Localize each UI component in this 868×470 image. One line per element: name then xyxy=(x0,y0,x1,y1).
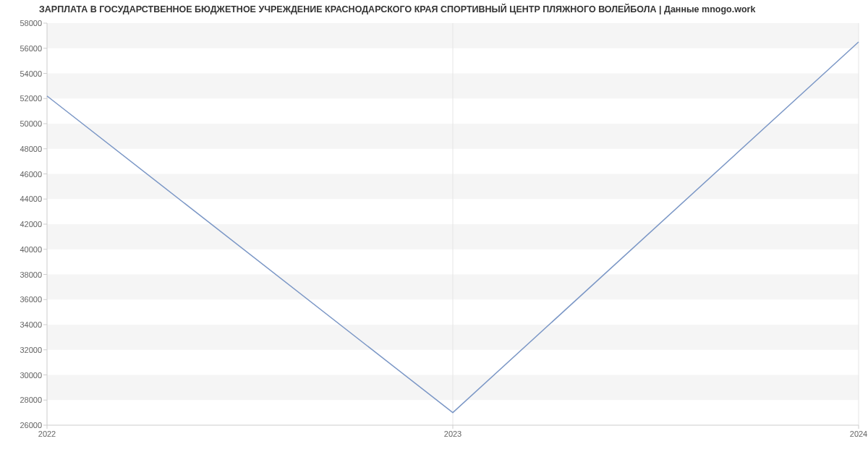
x-tick-label: 2024 xyxy=(850,430,867,438)
y-tick-label: 54000 xyxy=(20,69,42,78)
chart-title: ЗАРПЛАТА В ГОСУДАРСТВЕННОЕ БЮДЖЕТНОЕ УЧР… xyxy=(39,4,755,14)
x-tick-label: 2022 xyxy=(38,430,56,438)
y-tick-label: 32000 xyxy=(20,346,42,354)
chart-container: ЗАРПЛАТА В ГОСУДАРСТВЕННОЕ БЮДЖЕТНОЕ УЧР… xyxy=(0,0,868,470)
chart-svg xyxy=(47,23,859,425)
y-tick-label: 42000 xyxy=(20,220,42,228)
y-tick-label: 30000 xyxy=(20,371,42,380)
x-tick-label: 2023 xyxy=(444,430,461,438)
y-tick-label: 46000 xyxy=(20,170,42,179)
y-tick-label: 58000 xyxy=(20,19,42,27)
y-tick-label: 36000 xyxy=(20,295,42,304)
y-tick-label: 50000 xyxy=(20,119,42,128)
y-tick-label: 38000 xyxy=(20,270,42,279)
plot-area xyxy=(47,23,859,425)
y-tick-label: 48000 xyxy=(20,145,42,153)
y-tick-label: 52000 xyxy=(20,94,42,103)
y-tick-label: 28000 xyxy=(20,396,42,404)
y-tick-label: 56000 xyxy=(20,44,42,53)
y-tick-label: 34000 xyxy=(20,320,42,329)
y-tick-label: 44000 xyxy=(20,195,42,203)
y-tick-label: 26000 xyxy=(20,421,42,430)
y-tick-label: 40000 xyxy=(20,245,42,254)
